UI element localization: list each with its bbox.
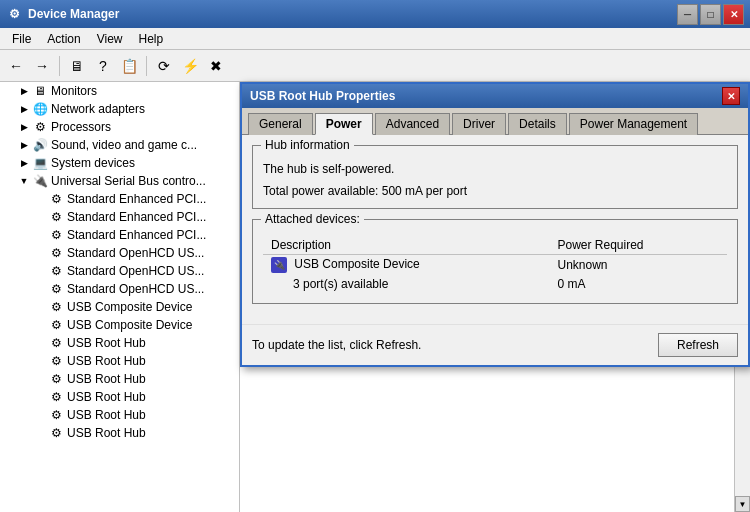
roothub5-icon: ⚙ — [48, 407, 64, 423]
roothub2-label: USB Root Hub — [67, 354, 146, 368]
roothub5-label: USB Root Hub — [67, 408, 146, 422]
close-button[interactable]: ✕ — [723, 4, 744, 25]
network-label: Network adapters — [51, 102, 145, 116]
tree-item-openhcd2[interactable]: ⚙ Standard OpenHCD US... — [0, 262, 239, 280]
expand-usb[interactable]: ▼ — [16, 173, 32, 189]
enhanced1-icon: ⚙ — [48, 191, 64, 207]
tab-power[interactable]: Power — [315, 113, 373, 135]
enhanced2-icon: ⚙ — [48, 209, 64, 225]
tree-item-usb-controller[interactable]: ▼ 🔌 Universal Serial Bus contro... — [0, 172, 239, 190]
composite1-icon: ⚙ — [48, 299, 64, 315]
tree-item-composite2[interactable]: ⚙ USB Composite Device — [0, 316, 239, 334]
roothub6-icon: ⚙ — [48, 425, 64, 441]
tree-item-openhcd1[interactable]: ⚙ Standard OpenHCD US... — [0, 244, 239, 262]
expand-network[interactable]: ▶ — [16, 101, 32, 117]
enhanced3-label: Standard Enhanced PCI... — [67, 228, 206, 242]
title-bar: ⚙ Device Manager ─ □ ✕ — [0, 0, 750, 28]
tree-item-roothub1[interactable]: ⚙ USB Root Hub — [0, 334, 239, 352]
composite2-icon: ⚙ — [48, 317, 64, 333]
tree-item-roothub2[interactable]: ⚙ USB Root Hub — [0, 352, 239, 370]
expand-sound[interactable]: ▶ — [16, 137, 32, 153]
system-icon: 💻 — [32, 155, 48, 171]
menu-file[interactable]: File — [4, 30, 39, 48]
forward-button[interactable]: → — [30, 54, 54, 78]
uninstall-button[interactable]: ✖ — [204, 54, 228, 78]
scroll-down[interactable]: ▼ — [735, 496, 750, 512]
tree-item-roothub5[interactable]: ⚙ USB Root Hub — [0, 406, 239, 424]
tree-item-roothub6[interactable]: ⚙ USB Root Hub — [0, 424, 239, 442]
hub-info-group: Hub information The hub is self-powered.… — [252, 145, 738, 209]
window-controls: ─ □ ✕ — [677, 4, 744, 25]
tab-driver[interactable]: Driver — [452, 113, 506, 135]
hub-info-line1: The hub is self-powered. — [263, 162, 727, 176]
tree-item-monitors[interactable]: ▶ 🖥 Monitors — [0, 82, 239, 100]
minimize-button[interactable]: ─ — [677, 4, 698, 25]
tree-scroll[interactable]: ▶ 🖥 Monitors ▶ 🌐 Network adapters ▶ ⚙ Pr… — [0, 82, 239, 512]
app-icon: ⚙ — [6, 6, 22, 22]
roothub4-icon: ⚙ — [48, 389, 64, 405]
tab-general[interactable]: General — [248, 113, 313, 135]
device-power-1: Unknown — [550, 255, 728, 276]
openhcd3-icon: ⚙ — [48, 281, 64, 297]
col-power: Power Required — [550, 236, 728, 255]
computer-button[interactable]: 🖥 — [65, 54, 89, 78]
tab-advanced[interactable]: Advanced — [375, 113, 450, 135]
expand-monitors[interactable]: ▶ — [16, 83, 32, 99]
roothub6-label: USB Root Hub — [67, 426, 146, 440]
scan-button[interactable]: ⚡ — [178, 54, 202, 78]
maximize-button[interactable]: □ — [700, 4, 721, 25]
roothub1-label: USB Root Hub — [67, 336, 146, 350]
tree-item-enhanced1[interactable]: ⚙ Standard Enhanced PCI... — [0, 190, 239, 208]
tree-item-openhcd3[interactable]: ⚙ Standard OpenHCD US... — [0, 280, 239, 298]
tree-item-enhanced3[interactable]: ⚙ Standard Enhanced PCI... — [0, 226, 239, 244]
tree-item-enhanced2[interactable]: ⚙ Standard Enhanced PCI... — [0, 208, 239, 226]
device-description-2: 3 port(s) available — [263, 275, 550, 293]
window-title: Device Manager — [28, 7, 119, 21]
menu-view[interactable]: View — [89, 30, 131, 48]
dialog-body: Hub information The hub is self-powered.… — [242, 135, 748, 324]
openhcd1-label: Standard OpenHCD US... — [67, 246, 204, 260]
tab-details[interactable]: Details — [508, 113, 567, 135]
usb-controller-icon: 🔌 — [32, 173, 48, 189]
tree-item-roothub4[interactable]: ⚙ USB Root Hub — [0, 388, 239, 406]
attached-table: Description Power Required 🔌 USB Composi… — [263, 236, 727, 293]
right-area: ▲ ▼ USB Root Hub Properties ✕ General Po… — [240, 82, 750, 512]
main-area: ▶ 🖥 Monitors ▶ 🌐 Network adapters ▶ ⚙ Pr… — [0, 82, 750, 512]
tree-item-system[interactable]: ▶ 💻 System devices — [0, 154, 239, 172]
table-row: 3 port(s) available 0 mA — [263, 275, 727, 293]
expand-system[interactable]: ▶ — [16, 155, 32, 171]
device-tree: ▶ 🖥 Monitors ▶ 🌐 Network adapters ▶ ⚙ Pr… — [0, 82, 240, 512]
enhanced2-label: Standard Enhanced PCI... — [67, 210, 206, 224]
tab-bar: General Power Advanced Driver Details Po… — [242, 108, 748, 135]
refresh-toolbar-button[interactable]: ⟳ — [152, 54, 176, 78]
tree-item-network[interactable]: ▶ 🌐 Network adapters — [0, 100, 239, 118]
dialog-close-button[interactable]: ✕ — [722, 87, 740, 105]
processors-icon: ⚙ — [32, 119, 48, 135]
tab-power-management[interactable]: Power Management — [569, 113, 698, 135]
properties-dialog: USB Root Hub Properties ✕ General Power … — [240, 82, 750, 367]
refresh-button[interactable]: Refresh — [658, 333, 738, 357]
menu-action[interactable]: Action — [39, 30, 88, 48]
properties-button[interactable]: 📋 — [117, 54, 141, 78]
processors-label: Processors — [51, 120, 111, 134]
network-icon: 🌐 — [32, 101, 48, 117]
dialog-title-text: USB Root Hub Properties — [250, 89, 395, 103]
menu-help[interactable]: Help — [131, 30, 172, 48]
openhcd3-label: Standard OpenHCD US... — [67, 282, 204, 296]
device-icon-1: 🔌 — [271, 257, 287, 273]
hub-info-title: Hub information — [261, 138, 354, 152]
footer-text: To update the list, click Refresh. — [252, 338, 421, 352]
system-label: System devices — [51, 156, 135, 170]
enhanced3-icon: ⚙ — [48, 227, 64, 243]
help-button[interactable]: ? — [91, 54, 115, 78]
tree-item-roothub3[interactable]: ⚙ USB Root Hub — [0, 370, 239, 388]
tree-item-sound[interactable]: ▶ 🔊 Sound, video and game c... — [0, 136, 239, 154]
usb-controller-label: Universal Serial Bus contro... — [51, 174, 206, 188]
tree-item-processors[interactable]: ▶ ⚙ Processors — [0, 118, 239, 136]
sound-label: Sound, video and game c... — [51, 138, 197, 152]
back-button[interactable]: ← — [4, 54, 28, 78]
roothub3-label: USB Root Hub — [67, 372, 146, 386]
roothub4-label: USB Root Hub — [67, 390, 146, 404]
expand-processors[interactable]: ▶ — [16, 119, 32, 135]
tree-item-composite1[interactable]: ⚙ USB Composite Device — [0, 298, 239, 316]
